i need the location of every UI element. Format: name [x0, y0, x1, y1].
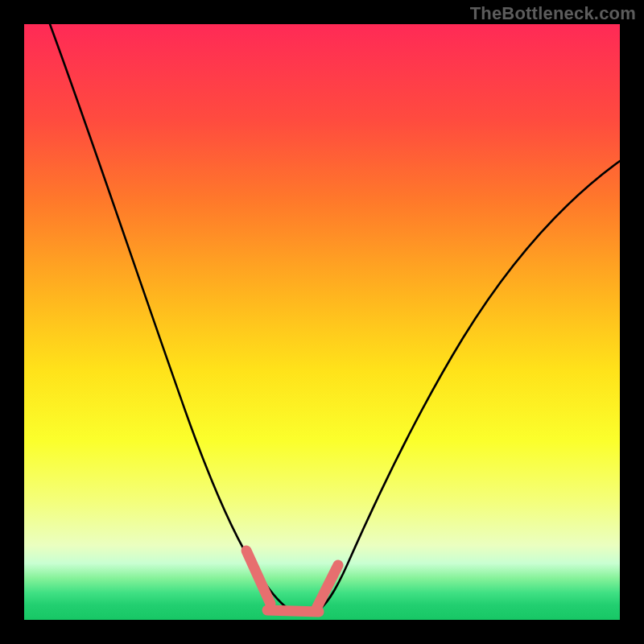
- plot-background: [24, 24, 620, 620]
- chart-svg: [0, 0, 644, 644]
- chart-stage: TheBottleneck.com: [0, 0, 644, 644]
- watermark-text: TheBottleneck.com: [470, 3, 636, 24]
